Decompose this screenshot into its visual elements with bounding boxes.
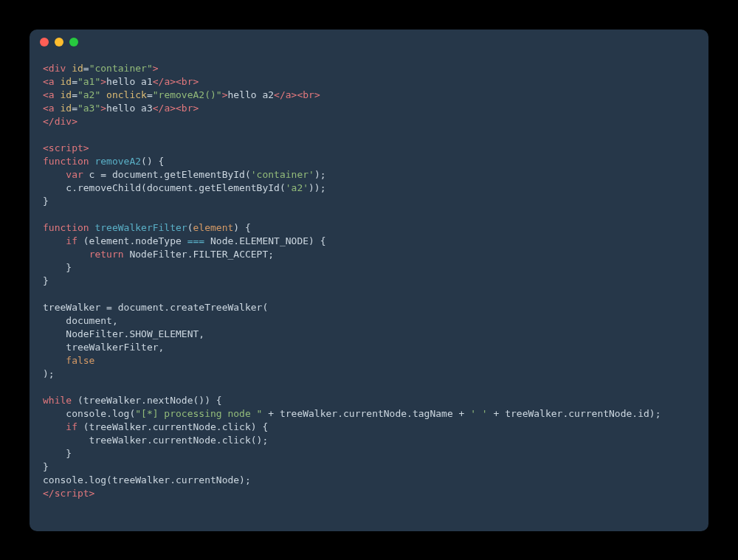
code-token: c = document.getElementById( xyxy=(83,169,251,180)
code-token: 'container' xyxy=(251,169,314,180)
code-token xyxy=(43,235,66,246)
code-token: } xyxy=(43,196,49,207)
code-token: if xyxy=(66,235,77,246)
code-token xyxy=(100,89,106,100)
code-token: treeWalker = document.createTreeWalker( xyxy=(43,302,268,313)
code-token: id xyxy=(60,76,72,87)
code-token xyxy=(66,63,72,74)
code-token: } xyxy=(43,461,49,472)
code-token: treeWalker.currentNode.click(); xyxy=(43,435,268,446)
code-token: hello a1 xyxy=(106,76,153,87)
code-token: = xyxy=(72,76,77,87)
code-token: </a><br> xyxy=(274,89,320,100)
code-token: "a1" xyxy=(77,76,100,87)
code-token: return xyxy=(89,249,124,260)
code-token: "removeA2()" xyxy=(153,89,222,100)
code-token: = xyxy=(147,89,153,100)
code-token: function xyxy=(43,222,89,233)
code-token: <a xyxy=(43,103,55,114)
code-token: console.log( xyxy=(43,408,135,419)
code-token: 'a2' xyxy=(286,182,308,193)
code-token: hello a2 xyxy=(227,89,274,100)
code-token: </div> xyxy=(43,116,77,127)
code-token: id xyxy=(60,103,72,114)
code-token: "[*] processing node " xyxy=(135,408,262,419)
code-token: } xyxy=(43,448,72,459)
code-token: > xyxy=(100,76,106,87)
code-token: onclick xyxy=(106,89,147,100)
code-token: if xyxy=(66,421,77,432)
code-token: = xyxy=(83,63,89,74)
code-token: <script> xyxy=(43,142,89,153)
code-token: <a xyxy=(43,76,55,87)
code-token xyxy=(43,169,66,180)
code-token: NodeFilter.FILTER_ACCEPT; xyxy=(124,249,275,260)
code-token: treeWalkerFilter, xyxy=(43,342,164,353)
code-token: document, xyxy=(43,315,118,326)
code-token: id xyxy=(60,89,72,100)
code-token: ( xyxy=(187,222,193,233)
code-token: ) { xyxy=(233,222,250,233)
code-token: } xyxy=(43,275,49,286)
code-token: (element.nodeType xyxy=(77,235,187,246)
code-token: function xyxy=(43,156,89,167)
code-token: id xyxy=(72,63,83,74)
code-token: NodeFilter.SHOW_ELEMENT, xyxy=(43,328,204,339)
code-token: "a2" xyxy=(77,89,100,100)
code-token: (treeWalker.nextNode()) { xyxy=(72,395,222,406)
code-token: </a><br> xyxy=(153,103,199,114)
code-token: } xyxy=(43,262,72,273)
code-token: false xyxy=(66,355,94,366)
code-token: console.log(treeWalker.currentNode); xyxy=(43,474,251,485)
code-token: ); xyxy=(43,368,55,379)
code-token: "container" xyxy=(89,63,153,74)
code-token: = xyxy=(72,89,77,100)
code-token: </script> xyxy=(43,488,94,499)
code-token: <div xyxy=(43,63,66,74)
code-token xyxy=(43,421,66,432)
code-token: </a><br> xyxy=(153,76,199,87)
code-token: removeA2 xyxy=(94,156,141,167)
code-token: ' ' xyxy=(470,408,487,419)
code-token: <a xyxy=(43,89,55,100)
code-token: () { xyxy=(141,156,164,167)
code-token: hello a3 xyxy=(106,103,153,114)
traffic-light-zoom-icon[interactable] xyxy=(69,38,78,46)
code-token: "a3" xyxy=(77,103,100,114)
code-token: Node.ELEMENT_NODE) { xyxy=(204,235,325,246)
code-window: <div id="container"> <a id="a1">hello a1… xyxy=(30,30,708,531)
code-token: var xyxy=(66,169,83,180)
code-token: === xyxy=(187,235,204,246)
code-token: )); xyxy=(308,182,325,193)
code-block: <div id="container"> <a id="a1">hello a1… xyxy=(30,55,708,515)
code-token: (treeWalker.currentNode.click) { xyxy=(77,421,268,432)
code-token: + treeWalker.currentNode.tagName + xyxy=(262,408,470,419)
traffic-light-minimize-icon[interactable] xyxy=(55,38,63,46)
code-token: c.removeChild(document.getElementById( xyxy=(43,182,286,193)
code-token: = xyxy=(72,103,77,114)
code-token: ); xyxy=(314,169,326,180)
code-token: treeWalkerFilter xyxy=(94,222,187,233)
traffic-light-close-icon[interactable] xyxy=(40,38,49,46)
code-token xyxy=(43,249,89,260)
code-token: > xyxy=(100,103,106,114)
code-token xyxy=(43,355,66,366)
code-token: > xyxy=(153,63,159,74)
window-titlebar xyxy=(30,30,708,55)
code-token: while xyxy=(43,395,72,406)
code-token: element xyxy=(193,222,234,233)
code-token: + treeWalker.currentNode.id); xyxy=(488,408,661,419)
